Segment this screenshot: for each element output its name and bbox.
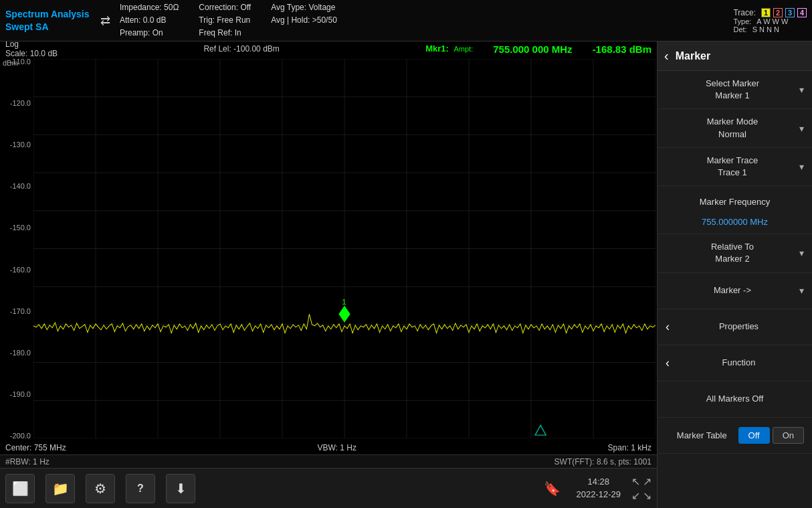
trace-section: Trace: 1 2 3 4 Type: A W W W Det: S N N …	[733, 8, 807, 33]
folder-button[interactable]: 📁	[45, 474, 75, 503]
settings-button[interactable]: ⚙	[86, 474, 115, 503]
trace-4-box[interactable]: 4	[797, 8, 807, 17]
screenshot-icon: ⬜	[12, 481, 29, 497]
marker-table-label: Marker Table	[666, 430, 738, 440]
main-area: Log Scale: 10.0 dB Ref Lel: -100.00 dBm …	[0, 41, 812, 508]
marker-frequency-section: Marker Frequency 755.000000 MHz	[657, 186, 812, 234]
marker-info: Mkr1: Ampt: 755.000 000 MHz -168.83 dBm	[425, 44, 651, 55]
all-markers-off-label: All Markers Off	[666, 393, 804, 405]
chart-svg: 1	[33, 59, 655, 438]
function-back-icon: ‹	[666, 356, 670, 370]
toolbar: ⬜ 📁 ⚙ ? ⬇ 🔖 14:28 2022-12-29 ↖	[0, 468, 657, 508]
folder-icon: 📁	[52, 481, 69, 497]
select-marker-chevron: ▾	[799, 84, 804, 95]
marker-mode-label: Marker ModeNormal	[666, 116, 799, 140]
relative-to-label: Relative ToMarker 2	[666, 241, 799, 265]
trace-labels-row: Trace: 1 2 3 4	[733, 8, 807, 17]
function-item[interactable]: ‹ Function	[657, 345, 812, 382]
trace-1-box[interactable]: 1	[761, 8, 771, 17]
help-icon: ?	[137, 483, 144, 495]
download-icon: ⬇	[175, 481, 187, 497]
marker-trace-label: Marker TraceTrace 1	[666, 155, 799, 179]
chart-bottom-bar: Center: 755 MHz VBW: 1 Hz Span: 1 kHz	[0, 441, 657, 454]
marker-arrow-label: Marker ->	[666, 284, 799, 297]
select-marker-item[interactable]: Select MarkerMarker 1 ▾	[657, 71, 812, 109]
marker-mode-chevron: ▾	[799, 123, 804, 134]
arrow-tr-icon[interactable]: ↗	[643, 475, 651, 488]
ref-level: Ref Lel: -100.00 dBm	[203, 44, 279, 54]
relative-to-item[interactable]: Relative ToMarker 2 ▾	[657, 234, 812, 272]
relative-to-chevron: ▾	[799, 248, 804, 258]
properties-item[interactable]: ‹ Properties	[657, 309, 812, 345]
marker-frequency-value[interactable]: 755.000000 MHz	[657, 213, 812, 234]
panel-back-button[interactable]: ‹	[664, 48, 669, 64]
det-row: Det: S N N N	[733, 25, 779, 33]
marker-arrow-item[interactable]: Marker -> ▾	[657, 273, 812, 309]
marker-trace-chevron: ▾	[799, 161, 804, 172]
arrow-bl-icon[interactable]: ↙	[631, 489, 640, 502]
marker-1-label: 1	[342, 297, 346, 307]
select-marker-label: Select MarkerMarker 1	[666, 78, 799, 102]
marker-toolbar-icon: 🔖	[544, 481, 561, 497]
chart-section: Log Scale: 10.0 dB Ref Lel: -100.00 dBm …	[0, 41, 657, 508]
marker-table-on-button[interactable]: On	[773, 427, 804, 444]
properties-back-icon: ‹	[666, 320, 670, 334]
chart-info-bar: Log Scale: 10.0 dB Ref Lel: -100.00 dBm …	[0, 41, 657, 56]
properties-label: Properties	[674, 321, 804, 333]
y-axis: -110.0 -120.0 -130.0 -140.0 -150.0 -160.…	[0, 56, 33, 441]
status-bar: #RBW: 1 Hz SWT(FFT): 8.6 s, pts: 1001	[0, 454, 657, 468]
marker-table-toggle: Off On	[738, 427, 804, 444]
grid-area: 1	[33, 59, 655, 438]
all-markers-off-item[interactable]: All Markers Off	[657, 382, 812, 418]
function-label: Function	[674, 357, 804, 369]
arrow-tl-icon[interactable]: ↖	[631, 475, 640, 488]
marker-trace-item[interactable]: Marker TraceTrace 1 ▾	[657, 148, 812, 186]
marker-frequency-label: Marker Frequency	[666, 196, 804, 208]
screenshot-button[interactable]: ⬜	[5, 474, 35, 503]
top-bar: Spectrum Analysis Swept SA ⇄ Impedance: …	[0, 0, 812, 41]
help-button[interactable]: ?	[126, 474, 155, 503]
marker-arrow-chevron: ▾	[799, 285, 804, 296]
marker-frequency-item[interactable]: Marker Frequency	[657, 186, 812, 213]
right-panel: ‹ Marker Select MarkerMarker 1 ▾ Marker …	[657, 41, 812, 508]
panel-title: Marker	[676, 50, 710, 62]
trace-2-box[interactable]: 2	[773, 8, 783, 17]
marker-2-triangle	[535, 425, 546, 435]
marker-mode-item[interactable]: Marker ModeNormal ▾	[657, 109, 812, 147]
refresh-icon[interactable]: ⇄	[100, 13, 110, 28]
panel-header: ‹ Marker	[657, 41, 812, 71]
trace-3-box[interactable]: 3	[785, 8, 795, 17]
marker-table-row: Marker Table Off On	[657, 418, 812, 454]
param-col-3: Avg Type: Voltage Avg | Hold: >50/50	[271, 1, 337, 40]
gear-icon: ⚙	[94, 481, 106, 497]
marker-1-diamond	[339, 307, 350, 322]
download-button[interactable]: ⬇	[166, 474, 195, 503]
param-col-2: Correction: Off Trig: Free Run Freq Ref:…	[199, 1, 251, 40]
toolbar-clock: 14:28 2022-12-29	[577, 476, 621, 500]
type-row: Type: A W W W	[733, 17, 788, 25]
app-title: Spectrum Analysis Swept SA	[5, 8, 92, 32]
marker-table-off-button[interactable]: Off	[738, 427, 770, 444]
arrow-controls: ↖ ↗ ↙ ↘	[631, 475, 651, 502]
arrow-br-icon[interactable]: ↘	[643, 489, 651, 502]
param-col-1: Impedance: 50Ω Atten: 0.0 dB Preamp: On	[120, 1, 179, 40]
top-params: Impedance: 50Ω Atten: 0.0 dB Preamp: On …	[120, 1, 733, 40]
chart-canvas: dBm -110.0 -120.0 -130.0 -140.0 -150.0 -…	[0, 56, 657, 441]
